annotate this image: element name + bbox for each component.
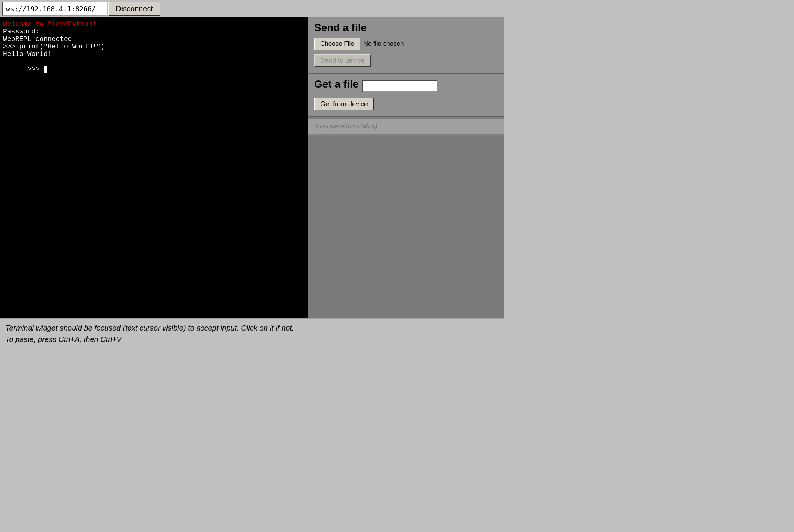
get-file-input[interactable] xyxy=(362,80,437,92)
send-file-title: Send a file xyxy=(314,22,498,34)
terminal-line-print: >>> print("Hello World!") xyxy=(3,43,305,50)
top-bar: Disconnect xyxy=(0,0,504,17)
get-from-device-button[interactable]: Get from device xyxy=(314,98,374,110)
get-file-title: Get a file xyxy=(314,78,358,90)
get-file-title-row: Get a file xyxy=(314,78,498,94)
terminal-panel[interactable]: Welcome to MicroPython! Password: WebREP… xyxy=(0,17,308,318)
disconnect-button[interactable]: Disconnect xyxy=(108,2,160,16)
right-bottom-filler xyxy=(308,136,504,318)
bottom-info-line2: To paste, press Ctrl+A, then Ctrl+V xyxy=(5,334,498,345)
no-file-text: No file chosen xyxy=(363,40,404,48)
url-input[interactable] xyxy=(2,2,107,16)
get-file-section: Get a file Get from device xyxy=(308,74,504,117)
bottom-info-line1: Terminal widget should be focused (text … xyxy=(5,322,498,334)
get-from-device-row: Get from device xyxy=(314,98,498,110)
file-status-bar: (file operation status) xyxy=(308,119,504,134)
send-file-section: Send a file Choose File No file chosen S… xyxy=(308,17,504,74)
terminal-cursor xyxy=(44,66,47,73)
terminal-line-prompt: >>> xyxy=(3,58,305,80)
main-content: Welcome to MicroPython! Password: WebREP… xyxy=(0,17,504,318)
terminal-line-helloworld: Hello World! xyxy=(3,50,305,58)
send-to-device-row: Send to device xyxy=(314,54,498,67)
send-to-device-button[interactable]: Send to device xyxy=(314,54,371,67)
file-choose-row: Choose File No file chosen xyxy=(314,38,498,50)
right-panel: Send a file Choose File No file chosen S… xyxy=(308,17,504,318)
bottom-info: Terminal widget should be focused (text … xyxy=(0,318,504,349)
choose-file-button[interactable]: Choose File xyxy=(314,38,360,50)
terminal-line-welcome: Welcome to MicroPython! xyxy=(3,20,305,28)
terminal-line-password: Password: xyxy=(3,28,305,35)
terminal-line-connected: WebREPL connected xyxy=(3,35,305,43)
